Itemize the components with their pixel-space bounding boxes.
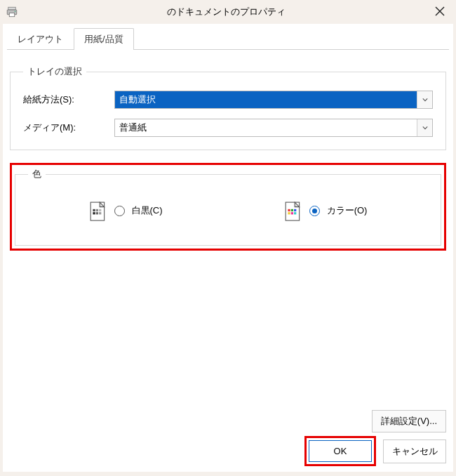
- fieldset-tray: トレイの選択 給紙方法(S): 自動選択 メディア(M): 普通紙: [10, 65, 446, 150]
- color-options: 白黒(C) カラー(O): [28, 193, 428, 232]
- select-media[interactable]: 普通紙: [114, 119, 433, 137]
- option-bw: 白黒(C): [89, 201, 163, 220]
- legend-tray: トレイの選択: [23, 65, 86, 78]
- radio-color[interactable]: [309, 206, 320, 216]
- label-radio-bw: 白黒(C): [132, 204, 163, 217]
- printer-icon: [6, 6, 18, 18]
- svg-rect-8: [93, 209, 95, 211]
- row-paper-source: 給紙方法(S): 自動選択: [23, 91, 433, 109]
- advanced-button[interactable]: 詳細設定(V)...: [372, 410, 446, 432]
- tab-panel-paper: トレイの選択 給紙方法(S): 自動選択 メディア(M): 普通紙: [7, 50, 449, 251]
- close-icon: [435, 6, 445, 16]
- svg-rect-13: [99, 212, 101, 214]
- svg-point-3: [15, 11, 16, 13]
- svg-rect-12: [95, 212, 98, 214]
- svg-rect-10: [99, 209, 101, 211]
- svg-rect-16: [288, 209, 290, 211]
- select-paper-source[interactable]: 自動選択: [114, 91, 433, 109]
- svg-rect-11: [93, 212, 95, 214]
- fieldset-color: 色 白黒(C) カラー(O): [15, 168, 441, 246]
- svg-rect-21: [294, 212, 296, 214]
- select-paper-source-button[interactable]: [417, 91, 432, 108]
- svg-rect-9: [95, 209, 98, 211]
- select-media-value: 普通紙: [115, 119, 417, 136]
- svg-rect-2: [9, 13, 15, 17]
- tab-layout[interactable]: レイアウト: [7, 28, 74, 50]
- row-media: メディア(M): 普通紙: [23, 119, 433, 137]
- ok-button[interactable]: OK: [309, 440, 372, 462]
- color-page-icon: [284, 201, 302, 220]
- svg-rect-0: [8, 7, 16, 10]
- svg-rect-18: [294, 209, 296, 211]
- dialog-body: レイアウト 用紙/品質 トレイの選択 給紙方法(S): 自動選択 メディア(M)…: [3, 24, 453, 472]
- svg-rect-17: [290, 209, 293, 211]
- legend-color: 色: [28, 168, 46, 180]
- select-media-button[interactable]: [417, 119, 432, 136]
- label-paper-source: 給紙方法(S):: [23, 93, 114, 106]
- select-paper-source-value: 自動選択: [115, 91, 417, 108]
- bw-page-icon: [89, 201, 107, 220]
- option-color: カラー(O): [284, 201, 368, 220]
- highlight-ok: OK: [304, 436, 376, 466]
- tab-strip: レイアウト 用紙/品質: [7, 28, 449, 50]
- window-title: のドキュメントのプロパティ: [22, 6, 429, 18]
- footer-buttons: OK キャンセル: [304, 436, 446, 466]
- chevron-down-icon: [422, 97, 428, 103]
- cancel-button[interactable]: キャンセル: [383, 439, 446, 463]
- chevron-down-icon: [422, 125, 428, 131]
- radio-bw[interactable]: [114, 206, 125, 216]
- close-button[interactable]: [429, 5, 450, 20]
- label-media: メディア(M):: [23, 121, 114, 134]
- tab-paper-quality[interactable]: 用紙/品質: [74, 28, 134, 50]
- label-radio-color: カラー(O): [327, 204, 368, 217]
- svg-rect-19: [288, 212, 290, 214]
- svg-rect-20: [290, 212, 293, 214]
- highlight-color-group: 色 白黒(C) カラー(O): [10, 163, 446, 251]
- titlebar: のドキュメントのプロパティ: [0, 0, 456, 24]
